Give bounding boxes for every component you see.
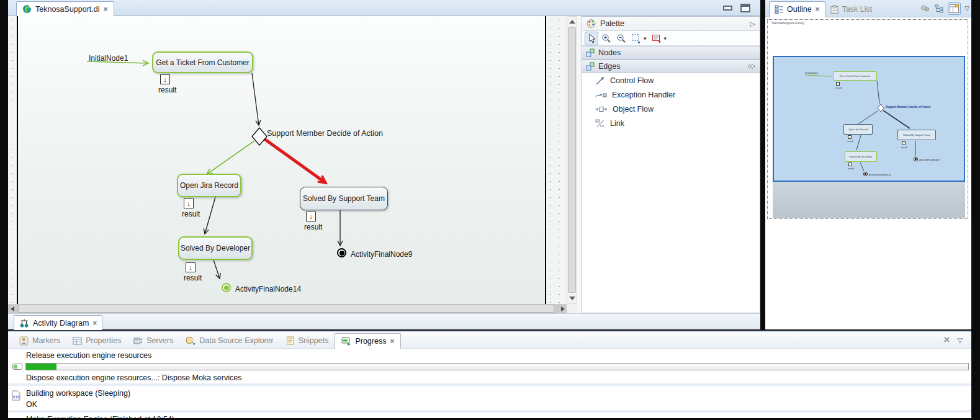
palette-item-label: Control Flow xyxy=(610,76,654,85)
editor-tab-teknosasupport[interactable]: TeknosaSupport.di × xyxy=(16,1,114,16)
note-dropdown-icon[interactable]: ▾ xyxy=(664,35,667,42)
pin-label[interactable]: result xyxy=(184,274,202,282)
tab-snippets[interactable]: Snippets xyxy=(280,333,335,349)
edge-getticket-to-decision[interactable] xyxy=(252,73,259,125)
palette-item-object-flow[interactable]: Object Flow xyxy=(582,102,760,116)
exception-handler-icon xyxy=(595,91,607,99)
palette-item-exception-handler[interactable]: Exception Handler xyxy=(582,87,760,102)
action-node-solved-dev[interactable]: Solved By Developer xyxy=(178,236,253,260)
decision-node-label[interactable]: Support Member Decide of Action xyxy=(267,129,383,138)
activity-final-node-9[interactable] xyxy=(337,248,346,257)
final-node-14-label[interactable]: ActivityFinalNode14 xyxy=(235,285,301,293)
tab-activity-diagram[interactable]: Activity Diagram × xyxy=(14,315,102,330)
tab-servers[interactable]: Servers xyxy=(127,333,179,349)
palette-item-control-flow[interactable]: Control Flow xyxy=(582,73,760,87)
scroll-up-icon[interactable] xyxy=(569,20,575,24)
progress-task-subtitle: Dispose execution engine resources...: D… xyxy=(26,373,241,382)
close-icon[interactable]: × xyxy=(104,5,108,14)
select-tool-icon[interactable] xyxy=(585,32,598,45)
scroll-right-icon[interactable] xyxy=(561,306,565,311)
output-pin-icon[interactable]: ↓ xyxy=(184,199,194,208)
mini-pin xyxy=(836,82,840,86)
overview-mode-icon[interactable] xyxy=(948,3,960,14)
editor-body: InitialNode1 Get a Ticket From Customer … xyxy=(8,16,760,313)
editor-horizontal-scrollbar[interactable] xyxy=(8,304,567,313)
bottom-tab-label: Data Source Explorer xyxy=(199,336,274,345)
zoom-in-icon[interactable] xyxy=(600,32,613,45)
close-icon[interactable]: × xyxy=(390,337,394,346)
mini-final14-label: ActivityFinalNode14 xyxy=(869,173,891,176)
link-icon xyxy=(595,119,605,128)
note-tool-icon[interactable] xyxy=(650,32,663,45)
tab-data-source-explorer[interactable]: Data Source Explorer xyxy=(179,333,280,349)
tab-markers[interactable]: Markers xyxy=(13,333,66,349)
scroll-down-icon[interactable] xyxy=(569,297,575,300)
mini-node-solved-dev: Solved By Developer xyxy=(845,151,877,162)
maximize-icon[interactable] xyxy=(740,4,750,12)
outline-thumbnail[interactable]: TeknosaSupport Activity InitialNode1 Get… xyxy=(767,19,968,219)
zoom-out-icon[interactable] xyxy=(615,32,627,45)
mini-pin xyxy=(902,141,906,145)
palette-collapse-icon[interactable]: ▷ xyxy=(750,20,755,28)
close-icon[interactable]: × xyxy=(816,5,820,14)
tab-outline[interactable]: Outline × xyxy=(769,1,825,17)
mini-final9-label: ActivityFinalNode9 xyxy=(919,158,940,161)
marquee-tool-icon[interactable] xyxy=(630,32,642,45)
drawer-icon xyxy=(586,48,595,57)
palette-icon xyxy=(587,19,596,28)
final-node-9-label[interactable]: ActivityFinalNode9 xyxy=(351,250,412,259)
edge-solveddev-to-final14[interactable] xyxy=(214,260,220,279)
action-node-solved-support[interactable]: Solved By Support Team xyxy=(300,187,388,210)
drawer-pin-icon[interactable] xyxy=(747,63,756,69)
editor-tab-title: TeknosaSupport.di xyxy=(35,5,100,14)
palette-header[interactable]: Palette ▷ xyxy=(582,17,760,31)
output-pin-icon[interactable]: ↓ xyxy=(160,74,170,84)
edge-openjira-to-solveddev[interactable] xyxy=(205,197,215,234)
decision-node[interactable] xyxy=(252,128,267,145)
edge-decision-to-openjira[interactable] xyxy=(207,141,254,174)
marquee-dropdown-icon[interactable]: ▾ xyxy=(644,35,647,42)
edge-decision-to-solvedsupport[interactable] xyxy=(264,139,326,183)
palette-drawer-edges[interactable]: Edges xyxy=(582,60,760,73)
tab-progress[interactable]: Progress × xyxy=(335,333,401,349)
pin-label[interactable]: result xyxy=(304,223,322,231)
tab-properties[interactable]: Properties xyxy=(66,333,127,349)
action-node-get-ticket[interactable]: Get a Ticket From Customer xyxy=(152,51,253,73)
initial-node-label[interactable]: InitialNode1 xyxy=(89,54,128,63)
activity-final-node-14[interactable] xyxy=(222,283,231,292)
vertical-scroll-thumb[interactable] xyxy=(568,27,576,293)
view-menu-icon[interactable]: ▽ xyxy=(964,5,969,12)
pin-label[interactable]: result xyxy=(158,86,176,94)
tree-view-icon[interactable] xyxy=(935,4,944,13)
editor-vertical-scrollbar[interactable] xyxy=(567,16,577,304)
drawer-nodes-label: Nodes xyxy=(598,48,621,57)
progress-task-title: Building workspace (Sleeping) xyxy=(26,389,130,398)
palette-item-link[interactable]: Link xyxy=(582,116,760,130)
activity-tab-label: Activity Diagram xyxy=(33,319,89,328)
diagram-canvas[interactable]: InitialNode1 Get a Ticket From Customer … xyxy=(8,16,567,304)
close-icon[interactable]: × xyxy=(92,319,97,328)
pin-label[interactable]: result xyxy=(182,210,200,218)
minimize-icon[interactable] xyxy=(723,6,732,11)
bottom-view-panel: Markers Properties Servers Data Source E… xyxy=(8,331,971,417)
filter-circles-icon[interactable] xyxy=(920,4,930,12)
horizontal-scroll-thumb[interactable] xyxy=(18,305,554,313)
output-pin-icon[interactable]: ↓ xyxy=(306,212,316,221)
palette-item-label: Link xyxy=(610,119,624,128)
binary-file-icon: 010 xyxy=(12,390,20,401)
canvas-palette-splitter[interactable] xyxy=(577,16,582,313)
tab-task-list[interactable]: Task List xyxy=(825,1,878,17)
task-list-icon xyxy=(830,5,838,14)
scrollbar-corner xyxy=(567,304,577,313)
stop-progress-icon[interactable] xyxy=(12,364,22,370)
palette-toolbar: ▾ ▾ xyxy=(582,31,760,46)
palette-item-label: Object Flow xyxy=(613,105,654,114)
progress-view-icon xyxy=(341,337,351,346)
action-node-open-jira[interactable]: Open Jira Record xyxy=(177,174,241,197)
control-flow-icon xyxy=(595,76,605,86)
clear-finished-icon[interactable]: × xyxy=(944,334,950,346)
scroll-left-icon[interactable] xyxy=(11,306,14,311)
view-menu-icon[interactable]: ▽ xyxy=(958,336,963,344)
output-pin-icon[interactable]: ↓ xyxy=(186,262,196,272)
palette-drawer-nodes[interactable]: Nodes xyxy=(582,46,760,60)
